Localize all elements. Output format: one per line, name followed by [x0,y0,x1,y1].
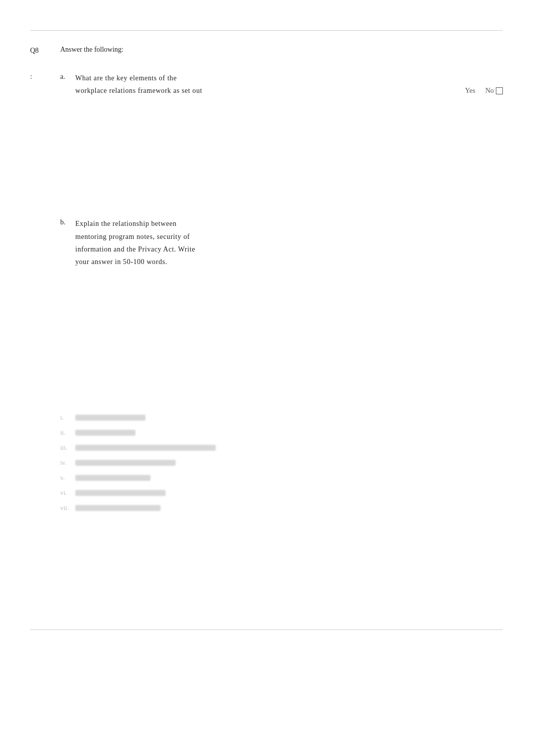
blurred-num: ii. [60,429,75,437]
sub-b-line4: your answer in 50-100 words. [75,256,503,268]
blurred-section: i.ii.iii.iv.v.vi.vii. [30,414,503,512]
sub-b-label: b. [60,217,75,379]
sub-a-text: What are the key elements of the workpla… [75,72,202,97]
sub-a-content: What are the key elements of the workpla… [75,72,503,202]
answer-area-b [75,268,503,379]
blurred-num: i. [60,414,75,422]
top-divider [30,30,503,31]
bottom-divider [30,629,503,630]
blurred-line-item: ii. [60,429,503,437]
answer-area-a [75,102,503,202]
blurred-text-content [75,490,166,496]
blurred-text-content [75,415,146,421]
bottom-space [30,519,503,619]
yes-label: Yes [465,87,475,95]
blurred-line-item: iv. [60,459,503,467]
blurred-num: vi. [60,489,75,497]
question-number: Q8 [30,46,60,62]
sub-questions-wrapper: : a. What are the key elements of the wo… [30,72,503,394]
sub-b-line3: information and the Privacy Act. Write [75,243,503,256]
blurred-line-item: i. [60,414,503,422]
yes-no-container: Yes No [438,72,503,95]
blurred-text-content [75,445,216,451]
sub-b-line2: mentoring program notes, security of [75,230,503,243]
sub-b-content: Explain the relationship between mentori… [75,217,503,379]
question-content: Answer the following: [60,46,503,62]
page-container: Q8 Answer the following: : a. What are t… [30,20,503,640]
blurred-line-item: iii. [60,444,503,452]
sub-a-row: What are the key elements of the workpla… [75,72,503,97]
blurred-text-content [75,460,176,466]
no-label: No [485,87,503,95]
blurred-line-item: v. [60,474,503,482]
no-checkbox[interactable] [496,87,503,94]
sub-b-line1: Explain the relationship between [75,217,503,230]
blurred-line-item: vii. [60,504,503,512]
blurred-num: v. [60,474,75,482]
sub-question-a: a. What are the key elements of the work… [60,72,503,202]
blurred-text-content [75,430,136,436]
blurred-num: vii. [60,504,75,512]
sub-a-label: a. [60,72,75,202]
blurred-text-content [75,505,161,511]
blurred-line-item: vi. [60,489,503,497]
blurred-text-content [75,475,151,481]
blurred-num: iii. [60,444,75,452]
sub-a-line1: What are the key elements of the [75,72,202,84]
sub-questions-content: a. What are the key elements of the work… [60,72,503,394]
blurred-lines: i.ii.iii.iv.v.vi.vii. [60,414,503,512]
sub-a-line2: workplace relations framework as set out [75,84,202,97]
blurred-num: iv. [60,459,75,467]
sub-question-b: b. Explain the relationship between ment… [60,217,503,379]
question-block-q8: Q8 Answer the following: [30,46,503,62]
colon-label: : [30,72,60,394]
question-title: Answer the following: [60,46,503,54]
